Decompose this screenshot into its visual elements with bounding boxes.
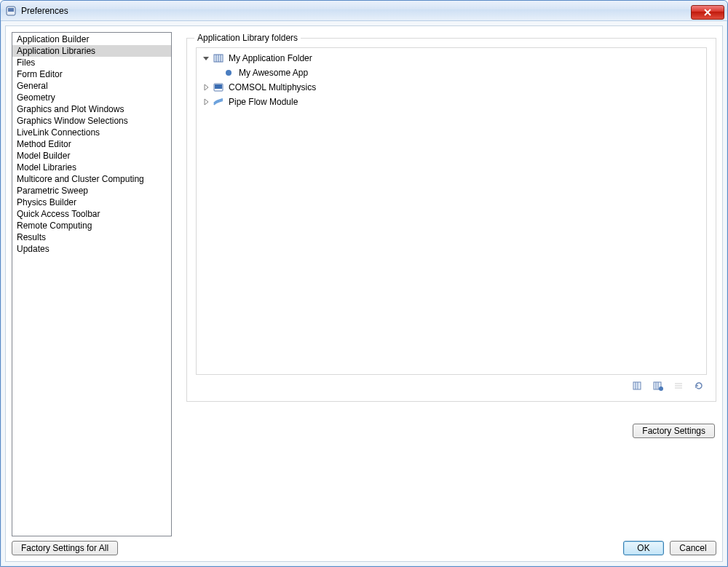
category-list[interactable]: Application BuilderApplication Libraries…: [12, 32, 172, 536]
category-item[interactable]: Graphics Window Selections: [12, 115, 171, 127]
window-title: Preferences: [21, 6, 691, 16]
close-icon: [703, 8, 712, 17]
library-tree[interactable]: My Application Folder My Awesome App: [196, 47, 707, 375]
factory-settings-all-button[interactable]: Factory Settings for All: [12, 541, 118, 555]
category-item[interactable]: Geometry: [12, 92, 171, 103]
category-item[interactable]: Method Editor: [12, 138, 171, 150]
svg-point-8: [226, 70, 232, 76]
remove-library-button: [672, 379, 685, 392]
library-folders-fieldset: Application Library folders: [186, 38, 716, 402]
category-item[interactable]: Model Builder: [12, 150, 171, 162]
expander-closed-icon[interactable]: [202, 98, 210, 106]
app-item-icon: [223, 67, 234, 79]
fieldset-label: Application Library folders: [194, 33, 301, 43]
tree-label: My Application Folder: [227, 53, 314, 63]
svg-rect-10: [215, 84, 222, 89]
bottom-bar: Factory Settings for All OK Cancel: [12, 536, 716, 555]
category-item[interactable]: General: [12, 80, 171, 92]
expander-closed-icon[interactable]: [202, 84, 210, 91]
category-item[interactable]: Application Libraries: [12, 45, 171, 57]
category-item[interactable]: Application Builder: [12, 33, 171, 45]
category-item[interactable]: Remote Computing: [12, 220, 171, 231]
category-item[interactable]: Physics Builder: [12, 197, 171, 208]
factory-settings-button[interactable]: Factory Settings: [633, 424, 715, 438]
svg-point-17: [659, 386, 663, 391]
svg-rect-11: [633, 382, 641, 389]
tree-toolbar: [196, 375, 707, 392]
tree-label: My Awesome App: [237, 68, 309, 78]
folder-library-icon: [213, 52, 224, 64]
tree-row-my-folder[interactable]: My Application Folder: [202, 51, 703, 66]
preferences-window: Preferences Application BuilderApplicati…: [0, 0, 728, 567]
category-item[interactable]: Quick Access Toolbar: [12, 208, 171, 220]
content-button-row: Factory Settings: [186, 424, 716, 438]
category-item[interactable]: Parametric Sweep: [12, 185, 171, 197]
tree-row-pipe[interactable]: Pipe Flow Module: [202, 95, 703, 109]
main-split: Application BuilderApplication Libraries…: [12, 32, 716, 536]
tree-row-comsol[interactable]: COMSOL Multiphysics: [202, 80, 703, 95]
client-area: Application BuilderApplication Libraries…: [5, 25, 723, 562]
tree-label: Pipe Flow Module: [227, 97, 299, 107]
close-button[interactable]: [691, 5, 724, 20]
refresh-button[interactable]: [692, 379, 705, 392]
app-icon: [5, 5, 17, 17]
category-item[interactable]: Model Libraries: [12, 162, 171, 173]
ok-button[interactable]: OK: [623, 541, 664, 555]
add-user-library-button[interactable]: [631, 379, 644, 392]
expander-open-icon[interactable]: [202, 55, 210, 62]
cancel-button[interactable]: Cancel: [670, 541, 716, 555]
svg-rect-1: [8, 8, 14, 12]
tree-label: COMSOL Multiphysics: [227, 82, 317, 92]
category-item[interactable]: Graphics and Plot Windows: [12, 103, 171, 115]
category-item[interactable]: Multicore and Cluster Computing: [12, 173, 171, 185]
category-item[interactable]: LiveLink Connections: [12, 127, 171, 138]
content-panel: Application Library folders: [186, 32, 716, 536]
pipe-module-icon: [213, 96, 224, 108]
category-item[interactable]: Form Editor: [12, 68, 171, 80]
category-item[interactable]: Updates: [12, 243, 171, 255]
titlebar: Preferences: [1, 1, 727, 21]
tree-row-app[interactable]: My Awesome App: [202, 66, 703, 80]
add-system-library-button[interactable]: [652, 379, 665, 392]
module-icon: [213, 82, 224, 93]
category-item[interactable]: Results: [12, 231, 171, 243]
category-item[interactable]: Files: [12, 57, 171, 68]
